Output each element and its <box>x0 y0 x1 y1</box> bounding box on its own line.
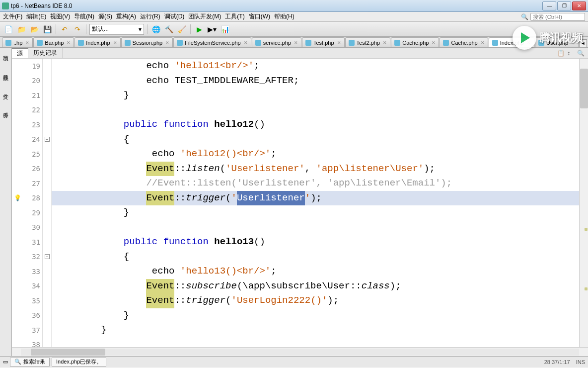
cursor-position: 28:37/1:17 <box>544 359 570 365</box>
app-icon <box>2 2 9 9</box>
sidebar-files[interactable]: 文件 <box>1 88 10 92</box>
code-line[interactable]: Event::trigger('Userlistener'); <box>52 191 579 206</box>
file-tab[interactable]: service.php✕ <box>252 37 301 47</box>
run-button[interactable]: ▶ <box>194 24 205 35</box>
editor-tb-3[interactable]: 🔍 <box>577 50 584 57</box>
file-tab[interactable]: Cache.php✕ <box>391 37 439 47</box>
code-line[interactable]: } <box>52 88 579 103</box>
file-tabs: ..hp✕Bar.php✕Index.php✕Session.php✕FileS… <box>0 37 588 48</box>
search-icon: 🔍 <box>521 13 528 20</box>
code-line[interactable]: Event::trigger('UserLogin2222()'); <box>52 293 579 308</box>
left-sidebar: 项目 导航器 文件 服务 <box>0 48 12 356</box>
statusbar: ▭ 🔍搜索结果 Index.php已保存。 28:37/1:17 INS <box>0 356 588 367</box>
file-tab[interactable]: Session.php✕ <box>121 37 173 47</box>
code-line[interactable]: } <box>52 205 579 220</box>
window-controls: — ❐ ✕ <box>542 1 586 10</box>
status-search-results[interactable]: 🔍搜索结果 <box>10 358 50 367</box>
new-file-button[interactable]: 📄 <box>3 24 14 35</box>
code-line[interactable]: } <box>52 308 579 323</box>
file-tab[interactable]: Test2.php✕ <box>345 37 391 47</box>
menu-team[interactable]: 团队开发(M) <box>188 12 221 21</box>
subtab-history[interactable]: 历史记录 <box>28 48 63 58</box>
editor-tb-1[interactable]: 📋 <box>557 50 564 57</box>
menu-tools[interactable]: 工具(T) <box>225 12 244 21</box>
code-line[interactable]: Event::listen('Userlistener', 'app\liste… <box>52 162 579 177</box>
code-line[interactable]: //Event::listen('Userlistener', 'app\lis… <box>52 176 579 191</box>
clean-button[interactable]: 🧹 <box>176 24 187 35</box>
file-tab[interactable]: Cache.php✕ <box>440 37 488 47</box>
code-line[interactable]: } <box>52 323 579 338</box>
code-line[interactable]: echo 'hello13()<br/>'; <box>52 264 579 279</box>
close-button[interactable]: ✕ <box>572 1 586 10</box>
editor-tb-2[interactable]: ↕ <box>567 50 574 57</box>
vertical-scrollbar[interactable] <box>579 59 588 347</box>
code-line[interactable]: echo TEST_IMDDLEWARE_AFTER; <box>52 74 579 89</box>
code-line[interactable]: echo 'hello11<br/>'; <box>52 59 579 74</box>
menu-refactor[interactable]: 重构(A) <box>116 12 136 21</box>
sidebar-services[interactable]: 服务 <box>1 106 10 110</box>
debug-button[interactable]: ▶▾ <box>207 24 218 35</box>
global-search: 🔍 <box>521 13 585 21</box>
code-line[interactable]: Event::subscribe(\app\subscribe\User::cl… <box>52 279 579 294</box>
main-toolbar: 📄 📁 📂 💾 ↶ ↷ 默认...▾ 🌐 🔨 🧹 ▶ ▶▾ 📊 <box>0 22 588 37</box>
status-saved[interactable]: Index.php已保存。 <box>52 358 106 367</box>
menu-run[interactable]: 运行(R) <box>140 12 160 21</box>
menu-source[interactable]: 源(S) <box>98 12 112 21</box>
menu-edit[interactable]: 编辑(E) <box>26 12 46 21</box>
browser-button[interactable]: 🌐 <box>150 24 161 35</box>
editor-area: 源 历史记录 📋 ↕ 🔍 192021222324252627💡28293031… <box>12 48 588 356</box>
file-tab[interactable]: ..hp✕ <box>2 37 33 47</box>
open-button[interactable]: 📂 <box>29 24 40 35</box>
config-combo[interactable]: 默认...▾ <box>89 24 144 35</box>
code-line[interactable] <box>52 338 579 348</box>
menu-window[interactable]: 窗口(W) <box>249 12 270 21</box>
new-project-button[interactable]: 📁 <box>16 24 27 35</box>
minimize-button[interactable]: — <box>542 1 556 10</box>
code-line[interactable] <box>52 103 579 118</box>
code-line[interactable]: { <box>52 132 579 147</box>
file-tab[interactable]: Bar.php✕ <box>33 37 74 47</box>
build-button[interactable]: 🔨 <box>163 24 174 35</box>
sidebar-projects[interactable]: 项目 <box>1 50 10 54</box>
output-icon[interactable]: ▭ <box>3 359 8 365</box>
video-watermark: 腾讯视频 <box>513 26 583 50</box>
redo-button[interactable]: ↷ <box>72 24 83 35</box>
horizontal-scrollbar[interactable] <box>12 347 588 356</box>
search-input[interactable] <box>530 13 585 21</box>
editor-subtabs: 源 历史记录 📋 ↕ 🔍 <box>12 48 588 59</box>
menu-debug[interactable]: 调试(D) <box>164 12 185 21</box>
code-line[interactable]: { <box>52 250 579 265</box>
code-line[interactable]: public function hello13() <box>52 235 579 250</box>
undo-button[interactable]: ↶ <box>59 24 70 35</box>
file-tab[interactable]: Test.php✕ <box>302 37 345 47</box>
insert-mode: INS <box>576 359 585 365</box>
code-line[interactable]: echo 'hello12()<br/>'; <box>52 147 579 162</box>
file-tab[interactable]: FileSystemService.php✕ <box>173 37 251 47</box>
profile-button[interactable]: 📊 <box>220 24 230 35</box>
window-title: tp6 - NetBeans IDE 8.0 <box>11 2 542 9</box>
sidebar-navigator[interactable]: 导航器 <box>1 69 10 73</box>
workspace: 项目 导航器 文件 服务 源 历史记录 📋 ↕ 🔍 19202122232425… <box>0 48 588 356</box>
menu-navigate[interactable]: 导航(N) <box>74 12 94 21</box>
file-tab[interactable]: Index.php✕ <box>74 37 120 47</box>
subtab-source[interactable]: 源 <box>12 48 28 58</box>
save-all-button[interactable]: 💾 <box>42 24 53 35</box>
menubar: 文件(F) 编辑(E) 视图(V) 导航(N) 源(S) 重构(A) 运行(R)… <box>0 12 588 22</box>
code-line[interactable] <box>52 220 579 235</box>
menu-help[interactable]: 帮助(H) <box>274 12 294 21</box>
restore-button[interactable]: ❐ <box>557 1 571 10</box>
code-line[interactable]: public function hello12() <box>52 117 579 132</box>
titlebar: tp6 - NetBeans IDE 8.0 — ❐ ✕ <box>0 0 588 12</box>
code-editor[interactable]: 192021222324252627💡282930313233343536373… <box>12 59 588 347</box>
menu-file[interactable]: 文件(F) <box>3 12 22 21</box>
menu-view[interactable]: 视图(V) <box>50 12 70 21</box>
